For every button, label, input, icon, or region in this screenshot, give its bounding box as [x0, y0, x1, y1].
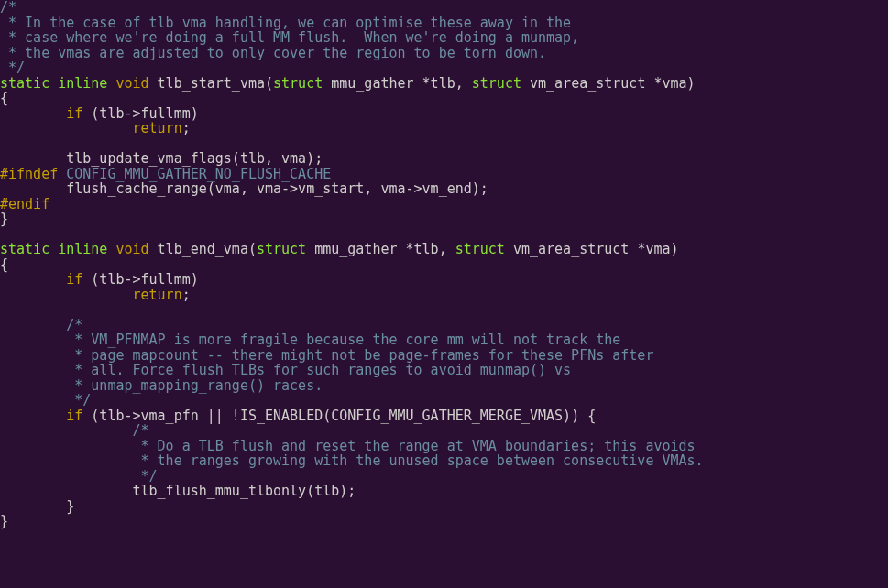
code-line[interactable]: * the vmas are adjusted to only cover th…	[0, 46, 888, 61]
code-token: tlb_end_vma(	[158, 241, 257, 257]
code-token: vm_area_struct *vma)	[513, 241, 679, 257]
code-line[interactable]: #endif	[0, 197, 888, 212]
code-line[interactable]: static inline void tlb_end_vma(struct mm…	[0, 242, 888, 257]
code-line[interactable]: */	[0, 60, 888, 76]
code-line[interactable]: * unmap_mapping_range() races.	[0, 378, 888, 394]
code-token	[306, 241, 314, 257]
code-line[interactable]: {	[0, 257, 888, 273]
code-line[interactable]: * In the case of tlb vma handling, we ca…	[0, 16, 888, 31]
code-token: * VM_PFNMAP is more fragile because the …	[0, 332, 620, 348]
code-token: inline	[58, 75, 107, 92]
code-line[interactable]: tlb_flush_mmu_tlbonly(tlb);	[0, 484, 888, 499]
code-token: inline	[58, 241, 107, 257]
code-token: * unmap_mapping_range() races.	[0, 377, 323, 394]
code-token: tlb_update_vma_flags(tlb, vma);	[0, 150, 323, 167]
code-token: CONFIG_MMU_GATHER_NO_FLUSH_CACHE	[58, 166, 331, 182]
code-token: if	[66, 408, 82, 424]
code-token: struct	[273, 75, 323, 92]
code-line[interactable]: * the ranges growing with the unused spa…	[0, 453, 888, 469]
code-line[interactable]	[0, 302, 888, 318]
code-token: void	[115, 75, 148, 92]
code-token	[0, 271, 66, 288]
code-token	[0, 408, 66, 424]
code-token: static	[0, 241, 49, 257]
code-line[interactable]	[0, 227, 888, 243]
code-token	[49, 241, 58, 257]
code-token: * the ranges growing with the unused spa…	[0, 452, 704, 469]
code-token: * In the case of tlb vma handling, we ca…	[0, 15, 571, 31]
code-line[interactable]: }	[0, 212, 888, 227]
code-token: /*	[0, 422, 149, 439]
code-token: * case where we're doing a full MM flush…	[0, 29, 579, 46]
code-line[interactable]: tlb_update_vma_flags(tlb, vma);	[0, 151, 888, 167]
code-token: static	[0, 75, 49, 92]
code-token: struct	[257, 241, 306, 257]
code-token: return	[133, 287, 182, 303]
code-token	[323, 75, 331, 92]
code-token	[149, 241, 158, 257]
code-line[interactable]: return;	[0, 121, 888, 136]
code-token: struct	[472, 75, 521, 92]
code-token: struct	[455, 241, 505, 257]
code-token: {	[0, 256, 8, 273]
code-line[interactable]: * all. Force flush TLBs for such ranges …	[0, 363, 888, 378]
code-line[interactable]: if (tlb->fullmm)	[0, 272, 888, 288]
code-token: tlb_flush_mmu_tlbonly(tlb);	[0, 483, 356, 499]
code-token: flush_cache_range(vma, vma->vm_start, vm…	[0, 180, 488, 197]
code-token: * page mapcount -- there might not be pa…	[0, 347, 653, 364]
code-line[interactable]: /*	[0, 318, 888, 333]
code-token: tlb_start_vma(	[158, 75, 273, 92]
code-token: (tlb->fullmm)	[82, 271, 198, 288]
code-token: if	[66, 271, 82, 288]
code-token: #ifndef	[0, 166, 58, 182]
code-token: */	[0, 468, 158, 485]
code-token: /*	[0, 0, 16, 16]
code-line[interactable]: * VM_PFNMAP is more fragile because the …	[0, 332, 888, 348]
code-token: * Do a TLB flush and reset the range at …	[0, 438, 696, 454]
code-token: void	[115, 241, 148, 257]
code-token: if	[66, 105, 82, 122]
code-line[interactable]: /*	[0, 423, 888, 439]
code-token: }	[0, 211, 8, 227]
code-token: }	[0, 498, 74, 515]
code-line[interactable]: #ifndef CONFIG_MMU_GATHER_NO_FLUSH_CACHE	[0, 167, 888, 182]
code-line[interactable]: */	[0, 469, 888, 485]
code-token: {	[0, 90, 8, 106]
code-token: #endif	[0, 196, 49, 212]
code-token: (tlb->vma_pfn || !IS_ENABLED(CONFIG_MMU_…	[82, 408, 596, 424]
code-editor[interactable]: /* * In the case of tlb vma handling, we…	[0, 0, 888, 529]
code-line[interactable]	[0, 136, 888, 152]
code-token: * all. Force flush TLBs for such ranges …	[0, 362, 571, 378]
code-token	[0, 287, 133, 303]
code-token: ;	[182, 287, 191, 303]
code-token	[0, 120, 133, 136]
code-token: ;	[182, 120, 191, 136]
code-line[interactable]: if (tlb->fullmm)	[0, 106, 888, 122]
code-token: * the vmas are adjusted to only cover th…	[0, 45, 546, 61]
code-token	[49, 75, 58, 92]
code-line[interactable]: * Do a TLB flush and reset the range at …	[0, 439, 888, 454]
code-token	[0, 105, 66, 122]
code-line[interactable]: * case where we're doing a full MM flush…	[0, 30, 888, 46]
code-token: mmu_gather *tlb,	[314, 241, 455, 257]
code-token: */	[0, 392, 91, 408]
code-token: /*	[0, 317, 82, 333]
code-line[interactable]: flush_cache_range(vma, vma->vm_start, vm…	[0, 181, 888, 197]
code-token	[149, 75, 158, 92]
code-line[interactable]: */	[0, 393, 888, 408]
code-token	[521, 75, 530, 92]
code-token: vm_area_struct *vma)	[530, 75, 696, 92]
code-line[interactable]: }	[0, 514, 888, 529]
code-token: return	[133, 120, 182, 136]
code-line[interactable]: * page mapcount -- there might not be pa…	[0, 348, 888, 364]
code-token: (tlb->fullmm)	[82, 105, 198, 122]
code-token: mmu_gather *tlb,	[331, 75, 472, 92]
code-line[interactable]: {	[0, 91, 888, 106]
code-line[interactable]: }	[0, 499, 888, 515]
code-line[interactable]: if (tlb->vma_pfn || !IS_ENABLED(CONFIG_M…	[0, 408, 888, 424]
code-token	[505, 241, 513, 257]
code-line[interactable]: static inline void tlb_start_vma(struct …	[0, 76, 888, 92]
code-line[interactable]: /*	[0, 0, 888, 16]
code-token: }	[0, 513, 8, 529]
code-line[interactable]: return;	[0, 288, 888, 303]
